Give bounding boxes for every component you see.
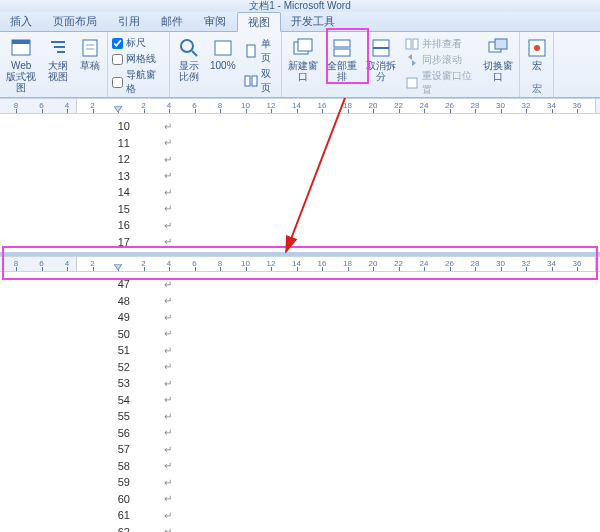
document-line[interactable]: 55↵ (100, 408, 172, 425)
synchronous-scrolling-button[interactable]: 同步滚动 (403, 52, 477, 68)
reset-pos-label: 重设窗口位置 (422, 69, 475, 97)
tab-view[interactable]: 视图 (237, 12, 281, 32)
group-show: 标尺 网格线 导航窗格 显示 (108, 32, 170, 97)
line-number: 60 (100, 493, 130, 505)
check-nav-box[interactable] (112, 77, 123, 88)
line-number: 61 (100, 509, 130, 521)
document-line[interactable]: 11↵ (100, 135, 172, 152)
line-number: 62 (100, 526, 130, 532)
document-line[interactable]: 48↵ (100, 293, 172, 310)
view-side-by-side-button[interactable]: 并排查看 (403, 36, 477, 52)
check-ruler[interactable]: 标尺 (112, 36, 165, 50)
tab-mailings[interactable]: 邮件 (151, 12, 194, 31)
document-line[interactable]: 62↵ (100, 524, 172, 533)
document-line[interactable]: 59↵ (100, 474, 172, 491)
svg-rect-10 (215, 41, 231, 55)
document-line[interactable]: 47↵ (100, 276, 172, 293)
document-line[interactable]: 57↵ (100, 441, 172, 458)
group-zoom: 显示比例 100% 单页 双页 页宽 显示比例 (170, 32, 282, 97)
tab-developer[interactable]: 开发工具 (281, 12, 346, 31)
document-line[interactable]: 53↵ (100, 375, 172, 392)
line-number: 50 (100, 328, 130, 340)
document-line[interactable]: 16↵ (100, 217, 172, 234)
line-number: 55 (100, 410, 130, 422)
split-pane-bottom[interactable]: 47↵48↵49↵50↵51↵52↵53↵54↵55↵56↵57↵58↵59↵6… (0, 272, 600, 532)
paragraph-mark-icon: ↵ (164, 203, 172, 214)
web-layout-icon (10, 37, 32, 59)
arrange-all-icon (331, 37, 353, 59)
draft-view-button[interactable]: 草稿 (77, 34, 103, 74)
document-line[interactable]: 17↵ (100, 234, 172, 251)
document-line[interactable]: 58↵ (100, 458, 172, 475)
svg-rect-5 (83, 40, 97, 56)
one-page-label: 单页 (261, 37, 275, 65)
check-grid-box[interactable] (112, 54, 123, 65)
check-navigation[interactable]: 导航窗格 (112, 68, 165, 96)
zoom-button[interactable]: 显示比例 (174, 34, 204, 85)
switch-windows-button[interactable]: 切换窗口 (480, 34, 515, 85)
side-by-side-icon (405, 37, 419, 51)
document-line[interactable]: 56↵ (100, 425, 172, 442)
line-number: 48 (100, 295, 130, 307)
tab-review[interactable]: 审阅 (194, 12, 237, 31)
new-window-button[interactable]: 新建窗口 (286, 34, 321, 85)
outline-view-button[interactable]: 大纲视图 (42, 34, 73, 85)
paragraph-mark-icon: ↵ (164, 328, 172, 339)
line-number: 14 (100, 186, 130, 198)
zoom-label: 显示比例 (176, 60, 202, 82)
reset-window-position-button[interactable]: 重设窗口位置 (403, 68, 477, 98)
draft-icon (79, 37, 101, 59)
document-line[interactable]: 50↵ (100, 326, 172, 343)
check-ruler-label: 标尺 (126, 36, 146, 50)
macros-icon (526, 37, 548, 59)
paragraph-mark-icon: ↵ (164, 345, 172, 356)
title-bar: 文档1 - Microsoft Word (0, 0, 600, 12)
paragraph-mark-icon: ↵ (164, 477, 172, 488)
split-pane-top[interactable]: 10↵11↵12↵13↵14↵15↵16↵17↵ (0, 114, 600, 252)
arrange-all-label: 全部重排 (327, 60, 358, 82)
horizontal-ruler-split[interactable]: 864224681012141618202224262830323436 (0, 256, 600, 272)
document-line[interactable]: 13↵ (100, 168, 172, 185)
svg-rect-22 (413, 39, 418, 49)
document-line[interactable]: 12↵ (100, 151, 172, 168)
one-page-button[interactable]: 单页 (242, 36, 277, 66)
svg-rect-17 (334, 40, 350, 47)
two-pages-button[interactable]: 双页 (242, 66, 277, 96)
indent-marker-icon[interactable] (114, 264, 122, 270)
one-page-icon (244, 44, 258, 58)
check-gridlines[interactable]: 网格线 (112, 52, 165, 66)
line-number: 56 (100, 427, 130, 439)
macros-button[interactable]: 宏 (524, 34, 550, 74)
document-line[interactable]: 52↵ (100, 359, 172, 376)
paragraph-mark-icon: ↵ (164, 170, 172, 181)
line-number: 10 (100, 120, 130, 132)
tab-page-layout[interactable]: 页面布局 (43, 12, 108, 31)
document-line[interactable]: 51↵ (100, 342, 172, 359)
line-number: 54 (100, 394, 130, 406)
line-number: 11 (100, 137, 130, 149)
check-ruler-box[interactable] (112, 38, 123, 49)
tab-insert[interactable]: 插入 (0, 12, 43, 31)
paragraph-mark-icon: ↵ (164, 526, 172, 532)
line-number: 51 (100, 344, 130, 356)
arrange-all-button[interactable]: 全部重排 (325, 34, 360, 85)
document-line[interactable]: 10↵ (100, 118, 172, 135)
check-nav-label: 导航窗格 (126, 68, 165, 96)
paragraph-mark-icon: ↵ (164, 295, 172, 306)
group-macros: 宏 宏 (520, 32, 554, 97)
line-number: 12 (100, 153, 130, 165)
svg-rect-12 (245, 76, 250, 86)
document-line[interactable]: 15↵ (100, 201, 172, 218)
sync-scroll-icon (405, 53, 419, 67)
document-line[interactable]: 14↵ (100, 184, 172, 201)
document-line[interactable]: 61↵ (100, 507, 172, 524)
zoom-100-button[interactable]: 100% (208, 34, 238, 74)
document-line[interactable]: 60↵ (100, 491, 172, 508)
horizontal-ruler-top[interactable]: 864224681012141618202224262830323436 (0, 98, 600, 114)
remove-split-button[interactable]: 取消拆分 (364, 34, 399, 85)
document-line[interactable]: 54↵ (100, 392, 172, 409)
tab-references[interactable]: 引用 (108, 12, 151, 31)
indent-marker-icon[interactable] (114, 106, 122, 112)
document-line[interactable]: 49↵ (100, 309, 172, 326)
web-layout-button[interactable]: Web 版式视图 (4, 34, 38, 96)
